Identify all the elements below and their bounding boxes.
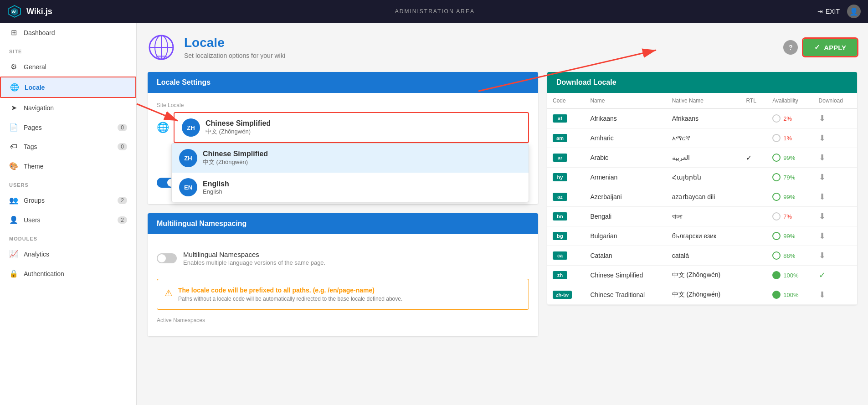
groups-badge: 2 — [118, 197, 127, 204]
sidebar-item-label: Users — [24, 216, 41, 224]
sidebar-item-theme[interactable]: 🎨 Theme — [0, 156, 136, 176]
download-icon[interactable]: ⬇ — [819, 192, 826, 201]
dropdown-item-zh[interactable]: ZH Chinese Simplified 中文 (Zhōngwén) — [172, 144, 529, 173]
main-content: Locale Set localization options for your… — [137, 23, 868, 405]
lang-badge: ca — [553, 251, 567, 260]
sidebar-item-analytics[interactable]: 📈 Analytics — [0, 244, 136, 264]
col-download: Download — [813, 93, 857, 109]
cell-native: català — [667, 246, 741, 266]
availability-indicator — [772, 232, 781, 240]
user-avatar[interactable]: 👤 — [847, 5, 861, 18]
download-icon[interactable]: ⬇ — [819, 133, 826, 143]
multilingual-toggle-row: Multilingual Namespaces Enables multiple… — [157, 243, 529, 273]
sidebar-item-navigation[interactable]: ➤ Navigation — [0, 98, 136, 118]
availability-pct: 1% — [783, 135, 792, 142]
cell-download[interactable]: ⬇ — [813, 168, 857, 187]
availability-indicator — [772, 154, 781, 162]
topbar: W Wiki.js ADMINISTRATION AREA ⇥ EXIT 👤 — [0, 0, 868, 23]
lang-badge: bg — [553, 232, 567, 240]
dashboard-icon: ⊞ — [9, 28, 18, 37]
sidebar-item-authentication[interactable]: 🔒 Authentication — [0, 264, 136, 283]
table-row: ar Arabic العربية ✓ 99% ⬇ — [547, 148, 857, 168]
availability-indicator — [772, 114, 781, 123]
sidebar-item-groups[interactable]: 👥 Groups 2 — [0, 190, 136, 210]
availability-pct: 99% — [783, 194, 795, 200]
page-title-block: Locale Set localization options for your… — [184, 36, 285, 59]
dropdown-item-en[interactable]: EN English English — [172, 173, 529, 202]
cell-name: Afrikaans — [585, 109, 666, 128]
table-row: ca Catalan català 88% ⬇ — [547, 246, 857, 266]
cell-availability: 88% — [767, 246, 813, 266]
cell-rtl — [740, 226, 767, 246]
sidebar-item-label: Pages — [24, 124, 42, 131]
download-icon[interactable]: ⬇ — [819, 251, 826, 260]
table-row: bn Bengali বাংলা 7% ⬇ — [547, 207, 857, 226]
sidebar-item-users[interactable]: 👤 Users 2 — [0, 210, 136, 230]
cell-name: Bulgarian — [585, 226, 666, 246]
sidebar-item-tags[interactable]: 🏷 Tags 0 — [0, 137, 136, 156]
sidebar-item-label: General — [24, 63, 46, 71]
download-icon[interactable]: ⬇ — [819, 173, 826, 182]
availability-pct: 100% — [783, 272, 798, 279]
dropdown-native-en: English — [203, 188, 229, 195]
cell-download[interactable]: ⬇ — [813, 109, 857, 128]
cell-download[interactable]: ⬇ — [813, 148, 857, 168]
sidebar-item-label: Navigation — [24, 104, 54, 112]
warning-title: The locale code will be prefixed to all … — [178, 287, 402, 294]
multilingual-header: Multilingual Namespacing — [148, 213, 538, 234]
table-row: af Afrikaans Afrikaans 2% ⬇ — [547, 109, 857, 128]
help-button[interactable]: ? — [783, 40, 798, 55]
right-column: Download Locale Code Name Native Name RT… — [547, 72, 857, 345]
cell-code: bg — [547, 226, 585, 246]
cell-availability: 99% — [767, 148, 813, 168]
multilingual-label: Multilingual Namespaces — [183, 251, 325, 258]
cell-availability: 100% — [767, 266, 813, 285]
dropdown-badge-en: EN — [179, 178, 197, 196]
cell-download[interactable]: ⬇ — [813, 187, 857, 207]
availability-indicator — [772, 212, 781, 220]
sidebar-item-general[interactable]: ⚙ General — [0, 57, 136, 77]
cell-availability: 7% — [767, 207, 813, 226]
cell-name: Chinese Traditional — [585, 285, 666, 305]
cell-download[interactable]: ⬇ — [813, 246, 857, 266]
locale-page-icon — [148, 34, 175, 61]
download-icon[interactable]: ⬇ — [819, 114, 826, 123]
cell-download[interactable]: ⬇ — [813, 128, 857, 148]
cell-download[interactable]: ⬇ — [813, 285, 857, 305]
cell-native: 中文 (Zhōngwén) — [667, 285, 741, 305]
sidebar-item-locale[interactable]: 🌐 Locale — [0, 77, 136, 98]
page-header: Locale Set localization options for your… — [148, 34, 857, 61]
download-icon[interactable]: ⬇ — [819, 212, 826, 221]
availability-pct: 99% — [783, 233, 795, 240]
table-row: hy Armenian Հայերեն 79% ⬇ — [547, 168, 857, 187]
availability-pct: 100% — [783, 292, 798, 298]
download-icon[interactable]: ⬇ — [819, 231, 826, 241]
apply-label: APPLY — [824, 44, 846, 51]
sidebar-item-dashboard[interactable]: ⊞ Dashboard — [0, 23, 136, 42]
cell-native: বাংলা — [667, 207, 741, 226]
analytics-icon: 📈 — [9, 250, 18, 258]
sidebar-item-pages[interactable]: 📄 Pages 0 — [0, 118, 136, 137]
cell-download[interactable]: ⬇ — [813, 207, 857, 226]
download-locale-header: Download Locale — [547, 72, 857, 93]
selected-locale-display[interactable]: ZH Chinese Simplified 中文 (Zhōngwén) — [174, 112, 529, 143]
warning-icon: ⚠ — [164, 287, 173, 298]
download-icon[interactable]: ⬇ — [819, 290, 826, 299]
cell-download[interactable]: ✓ — [813, 266, 857, 285]
checkmark-icon: ✓ — [814, 43, 820, 51]
col-code: Code — [547, 93, 585, 109]
multilingual-toggle-info: Multilingual Namespaces Enables multiple… — [183, 251, 325, 266]
selected-locale-info: Chinese Simplified 中文 (Zhōngwén) — [205, 119, 271, 136]
cell-download[interactable]: ⬇ — [813, 226, 857, 246]
cell-rtl — [740, 187, 767, 207]
download-icon[interactable]: ⬇ — [819, 153, 826, 162]
availability-pct: 99% — [783, 154, 795, 161]
topbar-right: ⇥ EXIT 👤 — [817, 5, 861, 18]
modules-section-label: Modules — [0, 230, 136, 244]
globe-icon: 🌐 — [157, 122, 169, 133]
exit-icon: ⇥ — [817, 8, 823, 15]
lang-badge: af — [553, 114, 567, 123]
apply-button[interactable]: ✓ APPLY — [803, 39, 857, 56]
multilingual-toggle[interactable] — [157, 253, 177, 263]
exit-button[interactable]: ⇥ EXIT — [817, 8, 840, 15]
